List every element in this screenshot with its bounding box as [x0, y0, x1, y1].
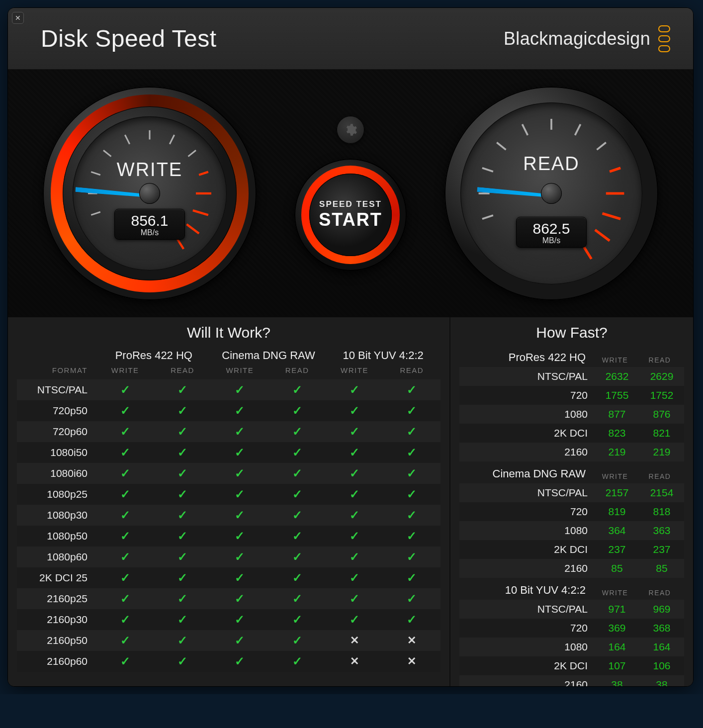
- read-value: 38: [639, 679, 684, 687]
- table-row: 720369368: [459, 619, 684, 637]
- svg-line-10: [193, 210, 208, 215]
- check-icon: ✓: [268, 634, 326, 647]
- sub-header: WRITE: [96, 364, 154, 379]
- check-icon: ✓: [383, 508, 440, 522]
- format-label: 1080: [459, 641, 595, 653]
- read-value: 106: [639, 660, 684, 672]
- brand: Blackmagicdesign: [504, 25, 670, 52]
- check-icon: ✓: [154, 592, 211, 606]
- write-value: 85: [595, 562, 639, 574]
- table-row: 2K DCI 25✓✓✓✓✓✓: [17, 567, 440, 588]
- check-icon: ✓: [268, 466, 326, 480]
- check-icon: ✓: [211, 508, 268, 522]
- format-label: 1080i60: [17, 467, 96, 479]
- table-row: 21603838: [459, 675, 684, 687]
- check-icon: ✓: [326, 383, 383, 397]
- codec-header: Cinema DNG RAW: [211, 349, 326, 364]
- check-icon: ✓: [96, 571, 154, 585]
- write-value: 877: [595, 408, 639, 420]
- cross-icon: ✕: [383, 655, 440, 668]
- read-hub: [541, 183, 562, 204]
- cross-icon: ✕: [383, 634, 440, 647]
- format-label: 1080p30: [17, 509, 96, 521]
- write-value: 369: [595, 622, 639, 634]
- format-label: 720: [459, 622, 595, 634]
- table-row: 1080877876: [459, 405, 684, 424]
- check-icon: ✓: [268, 383, 326, 397]
- table-row: 720p60✓✓✓✓✓✓: [17, 421, 440, 442]
- check-icon: ✓: [211, 571, 268, 585]
- check-icon: ✓: [96, 529, 154, 543]
- check-icon: ✓: [154, 508, 211, 522]
- table-row: NTSC/PAL✓✓✓✓✓✓: [17, 379, 440, 400]
- svg-line-20: [597, 142, 606, 150]
- svg-line-0: [91, 212, 100, 215]
- check-icon: ✓: [211, 550, 268, 564]
- write-readout: 856.1 MB/s: [114, 209, 185, 240]
- read-readout: 862.5 MB/s: [516, 217, 587, 248]
- header-bar: Disk Speed Test Blackmagicdesign: [8, 8, 693, 70]
- read-gauge: READ 862.5 MB/s: [444, 87, 658, 300]
- format-label: 1080p50: [17, 530, 96, 542]
- check-icon: ✓: [326, 613, 383, 627]
- table-row: 1080p25✓✓✓✓✓✓: [17, 484, 440, 505]
- close-button[interactable]: ✕: [12, 12, 24, 24]
- table-row: 2160p25✓✓✓✓✓✓: [17, 588, 440, 609]
- table-row: 1080364363: [459, 521, 684, 540]
- sub-header: READ: [268, 364, 326, 379]
- check-icon: ✓: [154, 550, 211, 564]
- group-header: Cinema DNG RAWWRITEREAD: [459, 465, 684, 483]
- check-icon: ✓: [211, 404, 268, 418]
- check-icon: ✓: [383, 487, 440, 501]
- check-icon: ✓: [383, 613, 440, 627]
- write-value: 38: [595, 679, 639, 687]
- start-button[interactable]: SPEED TEST START: [294, 159, 407, 271]
- read-value: 164: [639, 641, 684, 653]
- check-icon: ✓: [154, 529, 211, 543]
- write-value: 237: [595, 544, 639, 555]
- table-row: 2K DCI107106: [459, 656, 684, 675]
- check-icon: ✓: [326, 508, 383, 522]
- will-it-work-title: Will It Work?: [17, 324, 440, 341]
- read-value: 821: [639, 427, 684, 439]
- svg-line-13: [482, 215, 493, 218]
- format-label: 2160p25: [17, 593, 96, 605]
- check-icon: ✓: [211, 446, 268, 459]
- write-unit: MB/s: [117, 228, 182, 237]
- format-label: NTSC/PAL: [459, 370, 595, 382]
- app-title: Disk Speed Test: [41, 25, 216, 52]
- table-row: 720819818: [459, 502, 684, 521]
- write-value: 2157: [595, 487, 639, 499]
- check-icon: ✓: [383, 466, 440, 480]
- close-icon: ✕: [15, 14, 21, 22]
- format-label: 1080p25: [17, 488, 96, 500]
- table-row: 72017551752: [459, 386, 684, 405]
- format-label: 720p50: [17, 405, 96, 417]
- check-icon: ✓: [96, 425, 154, 439]
- settings-button[interactable]: [337, 116, 364, 144]
- check-icon: ✓: [96, 487, 154, 501]
- table-row: 1080i50✓✓✓✓✓✓: [17, 442, 440, 463]
- check-icon: ✓: [211, 466, 268, 480]
- check-icon: ✓: [268, 446, 326, 459]
- codec-group: Cinema DNG RAWWRITEREADNTSC/PAL215721547…: [459, 465, 684, 578]
- format-label: NTSC/PAL: [459, 487, 595, 499]
- check-icon: ✓: [154, 571, 211, 585]
- check-icon: ✓: [268, 592, 326, 606]
- group-header: ProRes 422 HQWRITEREAD: [459, 349, 684, 367]
- write-value: 364: [595, 525, 639, 537]
- read-gauge-label: READ: [460, 153, 642, 175]
- format-label: 2160p50: [17, 635, 96, 646]
- table-row: 2160p60✓✓✓✓✕✕: [17, 651, 440, 672]
- write-value: 2632: [595, 370, 639, 382]
- sub-header: READ: [637, 589, 682, 597]
- check-icon: ✓: [268, 508, 326, 522]
- check-icon: ✓: [154, 613, 211, 627]
- format-label: 720p60: [17, 426, 96, 438]
- format-label: 2K DCI: [459, 544, 595, 555]
- how-fast-panel: How Fast? ProRes 422 HQWRITEREADNTSC/PAL…: [450, 317, 693, 686]
- table-row: 2K DCI237237: [459, 540, 684, 559]
- format-label: 2160: [459, 679, 595, 687]
- svg-line-11: [186, 224, 199, 234]
- check-icon: ✓: [383, 425, 440, 439]
